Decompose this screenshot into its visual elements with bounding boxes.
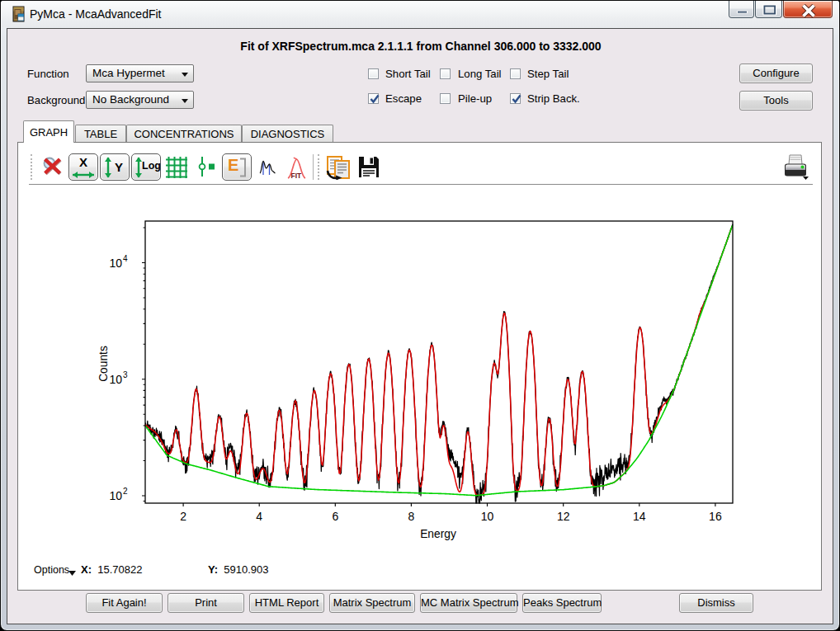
svg-text:FIT: FIT — [291, 172, 303, 180]
